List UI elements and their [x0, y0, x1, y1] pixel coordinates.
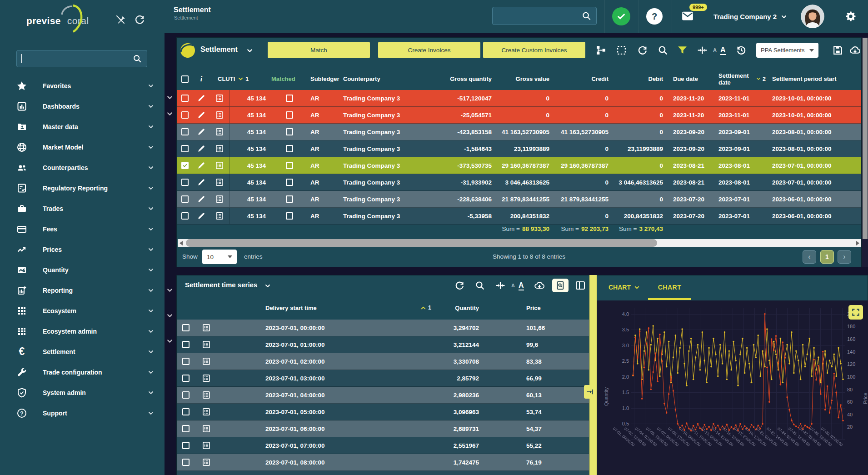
history-icon[interactable] — [736, 45, 747, 56]
chart-plot[interactable] — [631, 308, 845, 440]
list-item[interactable]: 2023-07-01, 04:00:002,98023660,13 — [177, 387, 589, 404]
scroll-right-arrow-icon[interactable] — [856, 241, 859, 245]
next-page-button[interactable]: › — [838, 250, 851, 264]
refresh-icon[interactable] — [637, 45, 648, 56]
details-icon[interactable] — [215, 211, 224, 220]
horizontal-scrollbar[interactable] — [178, 239, 861, 247]
row-checkbox[interactable] — [182, 324, 190, 331]
sidebar-item-prices[interactable]: Prices — [0, 239, 165, 260]
list-item[interactable]: 2023-07-01, 09:00:001,57085365 — [177, 471, 589, 475]
row-checkbox[interactable] — [182, 358, 190, 365]
prev-page-button[interactable]: ‹ — [803, 250, 816, 264]
chevron-down-icon[interactable] — [264, 282, 271, 290]
scrollbar-thumb[interactable] — [863, 38, 868, 239]
page-size-select[interactable]: 10 — [202, 250, 237, 264]
row-checkbox[interactable] — [181, 145, 189, 152]
edit-icon[interactable] — [197, 94, 206, 103]
chart-type-select[interactable]: CHART — [609, 284, 640, 291]
sidebar-item-ecosystem-admin[interactable]: Ecosystem admin — [0, 321, 165, 341]
sidebar-item-fees[interactable]: Fees — [0, 219, 165, 239]
details-icon[interactable] — [215, 127, 224, 136]
matched-checkbox[interactable] — [286, 195, 293, 203]
details-icon[interactable] — [202, 323, 211, 332]
page-1-button[interactable]: 1 — [820, 250, 834, 264]
list-item[interactable]: 2023-07-01, 05:00:003,09696353,74 — [177, 404, 589, 420]
table-row[interactable]: 45 134ARTrading Company 3-25,05457100020… — [177, 107, 861, 124]
sidebar-item-counterparties[interactable]: Counterparties — [0, 157, 165, 178]
marquee-select-icon[interactable] — [616, 45, 627, 56]
details-icon[interactable] — [202, 458, 211, 467]
sidebar-item-master-data[interactable]: Master data — [0, 116, 165, 137]
font-small-button[interactable]: A — [511, 283, 515, 288]
global-search[interactable] — [492, 7, 597, 25]
row-checkbox[interactable] — [182, 375, 190, 382]
matched-checkbox[interactable] — [286, 95, 293, 102]
sidebar-item-dashboards[interactable]: Dashboards — [0, 96, 165, 116]
sidebar-refresh-icon[interactable] — [134, 14, 145, 25]
column-price[interactable]: Price — [479, 305, 589, 311]
sidebar-search-input[interactable] — [21, 54, 132, 63]
edit-icon[interactable] — [197, 144, 206, 153]
sidebar-item-ecosystem[interactable]: Ecosystem — [0, 300, 165, 321]
sidebar-item-favorites[interactable]: Favorites — [0, 75, 165, 96]
sidebar-item-quantity[interactable]: Quantity — [0, 260, 165, 280]
edit-icon[interactable] — [197, 110, 206, 120]
match-button[interactable]: Match — [268, 42, 370, 58]
column-settlement-date[interactable]: Settlement date 2 — [712, 72, 766, 86]
sidebar-item-regulatory-reporting[interactable]: Regulatory Reporting — [0, 178, 165, 198]
matched-checkbox[interactable] — [286, 162, 293, 169]
create-custom-invoices-button[interactable]: Create Custom Invoices — [483, 42, 585, 58]
expand-row-chevron-icon[interactable] — [166, 110, 174, 118]
table-row[interactable]: 45 134ARTrading Company 3-228,63840621 8… — [177, 191, 861, 208]
list-item[interactable]: 2023-07-01, 06:00:002,68973154,37 — [177, 420, 589, 437]
font-large-button[interactable]: A — [720, 46, 726, 55]
collapse-columns-icon[interactable] — [495, 280, 506, 291]
edit-icon[interactable] — [197, 211, 206, 220]
font-large-button[interactable]: A — [519, 281, 524, 290]
sidebar-item-trade-configuration[interactable]: Trade configuration — [0, 362, 165, 382]
row-checkbox[interactable] — [181, 162, 189, 169]
download-cloud-icon[interactable] — [849, 45, 861, 56]
tab-chart[interactable]: CHART — [648, 284, 691, 291]
company-selector[interactable]: Trading Company 2 — [713, 0, 788, 33]
table-row[interactable]: 45 134ARTrading Company 3-31,9339023 046… — [177, 174, 861, 191]
chevron-down-icon[interactable] — [246, 47, 254, 55]
details-icon[interactable] — [202, 374, 211, 383]
create-invoices-button[interactable]: Create Invoices — [378, 42, 480, 58]
column-gross-quantity[interactable]: Gross quantity — [434, 75, 495, 82]
expand-row-chevron-icon[interactable] — [166, 286, 174, 294]
edit-icon[interactable] — [197, 195, 206, 204]
details-icon[interactable] — [215, 195, 224, 204]
column-due-date[interactable]: Due date — [667, 75, 712, 82]
edit-icon[interactable] — [197, 161, 206, 170]
row-checkbox[interactable] — [181, 111, 189, 119]
sidebar-item-system-admin[interactable]: System admin — [0, 382, 165, 403]
details-icon[interactable] — [215, 110, 224, 120]
table-row[interactable]: 45 134ARTrading Company 3-373,53073529 1… — [177, 157, 861, 174]
font-small-button[interactable]: A — [713, 47, 717, 53]
download-cloud-icon[interactable] — [534, 280, 545, 291]
divider-handle[interactable] — [584, 385, 596, 399]
column-credit[interactable]: Credit — [553, 75, 612, 82]
row-checkbox[interactable] — [182, 459, 190, 466]
list-item[interactable]: 2023-07-01, 01:00:003,21214499,6 — [177, 336, 589, 353]
row-checkbox[interactable] — [182, 341, 190, 348]
column-matched[interactable]: Matched — [271, 75, 308, 82]
details-icon[interactable] — [215, 178, 224, 187]
column-subledger[interactable]: Subledger — [308, 75, 343, 82]
row-checkbox[interactable] — [181, 195, 189, 203]
row-checkbox[interactable] — [181, 179, 189, 186]
matched-checkbox[interactable] — [286, 212, 293, 220]
row-checkbox[interactable] — [182, 391, 190, 399]
refresh-icon[interactable] — [454, 280, 465, 291]
table-row[interactable]: 45 134ARTrading Company 3-1,58464323,119… — [177, 140, 861, 157]
matched-checkbox[interactable] — [286, 145, 293, 152]
sidebar-item-market-model[interactable]: Market Model — [0, 137, 165, 157]
matched-checkbox[interactable] — [286, 111, 293, 119]
row-checkbox[interactable] — [182, 442, 190, 449]
vertical-scrollbar[interactable] — [862, 37, 868, 267]
column-debit[interactable]: Debit — [612, 75, 667, 82]
list-item[interactable]: 2023-07-01, 03:00:002,8579266,99 — [177, 370, 589, 387]
list-item[interactable]: 2023-07-01, 07:00:002,55196755,22 — [177, 437, 589, 454]
details-icon[interactable] — [202, 390, 211, 400]
